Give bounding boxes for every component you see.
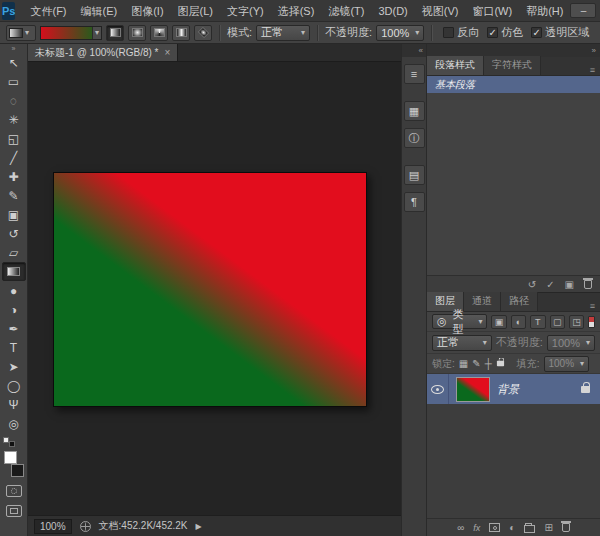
zoom-tool[interactable]: ◎	[2, 414, 26, 433]
clone-stamp-tool[interactable]: ▣	[2, 205, 26, 224]
menu-image[interactable]: 图像(I)	[124, 0, 170, 22]
filter-pixel-button[interactable]: ▣	[491, 315, 506, 329]
menu-file[interactable]: 文件(F)	[23, 0, 73, 22]
eyedropper-tool[interactable]: ╱	[2, 148, 26, 167]
filter-adjustment-button[interactable]: ◐	[511, 315, 526, 329]
redefine-style-button[interactable]: ✓	[546, 279, 554, 290]
new-layer-button[interactable]: ⊞	[544, 522, 552, 533]
filter-shape-button[interactable]: ▢	[550, 315, 565, 329]
panel-menu-icon[interactable]: ≡	[590, 65, 600, 75]
character-panel-button[interactable]: ▤	[404, 165, 425, 185]
filter-smart-object-button[interactable]: ◳	[569, 315, 584, 329]
fill-select[interactable]: 100% ▾	[544, 356, 590, 372]
pen-tool[interactable]: ✒	[2, 319, 26, 338]
filter-toggle-switch[interactable]	[588, 316, 595, 328]
quick-mask-button[interactable]	[6, 485, 22, 497]
gradient-editor-swatch[interactable]: ▾	[40, 26, 102, 40]
brush-tool[interactable]: ✎	[2, 186, 26, 205]
opacity-select[interactable]: 100% ▾	[376, 25, 424, 41]
panel-menu-icon[interactable]: ≡	[590, 301, 600, 311]
delete-layer-button[interactable]	[562, 523, 570, 532]
background-layer-row[interactable]: 背景	[427, 374, 600, 404]
default-colors-button[interactable]	[3, 437, 15, 447]
menu-filter[interactable]: 滤镜(T)	[321, 0, 371, 22]
minimize-button[interactable]: –	[570, 3, 596, 18]
dock-expand-icon[interactable]: «	[402, 44, 426, 57]
dodge-icon: ◑	[10, 304, 17, 316]
close-icon[interactable]: ×	[165, 47, 171, 58]
tab-character-styles[interactable]: 字符样式	[484, 56, 541, 75]
type-tool[interactable]: T	[2, 338, 26, 357]
zoom-level-field[interactable]: 100%	[34, 519, 72, 534]
new-style-button[interactable]: ▣	[565, 279, 574, 290]
add-mask-button[interactable]	[489, 523, 500, 532]
lock-transparent-button[interactable]: ▦	[459, 358, 468, 369]
gradient-tool[interactable]	[2, 262, 26, 281]
transparency-checkbox[interactable]: ✓	[531, 27, 542, 38]
move-tool[interactable]: ↖	[2, 53, 26, 72]
menu-type[interactable]: 文字(Y)	[220, 0, 271, 22]
blur-tool[interactable]: ●	[2, 281, 26, 300]
crop-tool[interactable]: ◱	[2, 129, 26, 148]
layer-opacity-select[interactable]: 100% ▾	[547, 335, 595, 351]
tool-preset-picker[interactable]: ▾	[6, 25, 36, 41]
layer-thumbnail[interactable]	[456, 377, 490, 402]
info-panel-button[interactable]: ⓘ	[404, 128, 425, 148]
menu-edit[interactable]: 编辑(E)	[74, 0, 125, 22]
diamond-gradient-button[interactable]	[194, 25, 212, 41]
ellipse-tool[interactable]: ◯	[2, 376, 26, 395]
layer-style-button[interactable]: fx	[473, 523, 480, 533]
history-panel-button[interactable]: ≡	[404, 64, 425, 84]
document-tab[interactable]: 未标题-1 @ 100%(RGB/8) * ×	[28, 44, 178, 61]
reverse-option[interactable]: 反向	[443, 25, 479, 40]
layer-visibility-toggle[interactable]	[427, 374, 449, 404]
foreground-color-swatch[interactable]	[4, 451, 17, 464]
chevron-down-icon[interactable]: ▾	[92, 27, 101, 39]
dither-option[interactable]: ✓ 仿色	[487, 25, 523, 40]
reverse-checkbox[interactable]	[443, 27, 454, 38]
menu-help[interactable]: 帮助(H)	[519, 0, 570, 22]
menu-3d[interactable]: 3D(D)	[371, 0, 414, 22]
clear-override-button[interactable]: ↺	[528, 279, 536, 290]
link-layers-button[interactable]: ∞	[457, 522, 464, 533]
angle-gradient-button[interactable]	[150, 25, 168, 41]
history-brush-tool[interactable]: ↺	[2, 224, 26, 243]
tab-paths[interactable]: 路径	[501, 292, 538, 311]
tab-paragraph-styles[interactable]: 段落样式	[427, 56, 484, 75]
filter-type-button[interactable]: T	[530, 315, 545, 329]
style-list-item[interactable]: 基本段落	[427, 76, 600, 93]
marquee-tool[interactable]: ▭	[2, 72, 26, 91]
screen-mode-button[interactable]	[6, 505, 22, 517]
canvas-gradient-image[interactable]	[53, 172, 367, 407]
menu-view[interactable]: 视图(V)	[415, 0, 466, 22]
dodge-tool[interactable]: ◑	[2, 300, 26, 319]
adjustment-layer-button[interactable]: ◐	[509, 522, 515, 533]
toolbar-collapse-icon[interactable]: »	[12, 45, 16, 53]
lock-all-button[interactable]	[497, 361, 504, 367]
paragraph-panel-button[interactable]: ¶	[404, 192, 425, 212]
swatches-panel-button[interactable]: ▦	[404, 101, 425, 121]
lasso-tool[interactable]: ◌	[2, 91, 26, 110]
new-group-button[interactable]	[524, 525, 535, 533]
blend-mode-select[interactable]: 正常 ▾	[256, 25, 310, 41]
linear-gradient-button[interactable]	[106, 25, 124, 41]
delete-style-button[interactable]	[584, 280, 592, 289]
lock-position-button[interactable]: ┼	[485, 358, 492, 369]
lock-paint-button[interactable]: ✎	[472, 358, 480, 369]
path-selection-tool[interactable]: ➤	[2, 357, 26, 376]
menu-select[interactable]: 选择(S)	[271, 0, 322, 22]
dither-checkbox[interactable]: ✓	[487, 27, 498, 38]
filter-kind-select[interactable]: ◎ 类型 ▾	[432, 314, 487, 329]
eraser-tool[interactable]: ▱	[2, 243, 26, 262]
layer-blend-mode-select[interactable]: 正常 ▾	[432, 335, 492, 351]
hand-tool[interactable]: Ψ	[2, 395, 26, 414]
quick-selection-tool[interactable]: ✳	[2, 110, 26, 129]
reflected-gradient-button[interactable]	[172, 25, 190, 41]
menu-layer[interactable]: 图层(L)	[171, 0, 220, 22]
healing-brush-tool[interactable]: ✚	[2, 167, 26, 186]
status-menu-arrow-icon[interactable]: ▶	[196, 522, 202, 531]
menu-window[interactable]: 窗口(W)	[465, 0, 519, 22]
radial-gradient-button[interactable]	[128, 25, 146, 41]
transparency-option[interactable]: ✓ 透明区域	[531, 25, 589, 40]
background-color-swatch[interactable]	[11, 464, 24, 477]
